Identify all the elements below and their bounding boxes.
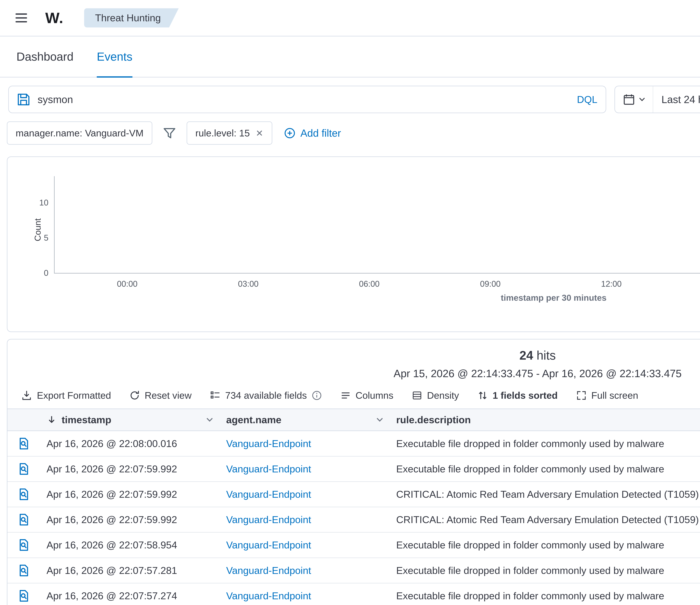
reset-view-button[interactable]: Reset view [129,390,192,401]
cell-timestamp: Apr 16, 2026 @ 22:07:58.954 [40,533,220,557]
cell-timestamp: Apr 16, 2026 @ 22:07:59.992 [40,457,220,481]
fullscreen-icon [576,390,586,401]
inspect-document-button[interactable] [7,583,40,605]
inspect-document-icon [17,538,30,552]
save-query-icon[interactable] [17,93,30,106]
results-panel: 24 hits Apr 15, 2026 @ 22:14:33.475 - Ap… [7,339,700,605]
filter-chip-manager-label: manager.name: Vanguard-VM [16,127,144,139]
reset-view-label: Reset view [145,390,192,401]
fullscreen-label: Full screen [591,390,638,401]
table-header-row: timestamp agent.name rule.description ru… [7,409,700,431]
cell-agent-name[interactable]: Vanguard-Endpoint [220,507,390,532]
cell-rule-description: CRITICAL: Atomic Red Team Adversary Emul… [390,482,700,507]
inspect-document-button[interactable] [7,431,40,456]
cell-timestamp: Apr 16, 2026 @ 22:07:57.274 [40,583,220,605]
chevron-down-icon[interactable] [376,416,384,424]
query-language-button[interactable]: DQL [577,94,597,105]
date-picker: Last 24 hours Show dates [615,86,700,113]
hits-label: hits [536,348,556,362]
table-body: Apr 16, 2026 @ 22:08:00.016 Vanguard-End… [7,431,700,605]
density-icon [412,390,422,401]
columns-label: Columns [355,390,393,401]
header-rule-description-label: rule.description [396,414,471,426]
cell-agent-name[interactable]: Vanguard-Endpoint [220,482,390,507]
density-button[interactable]: Density [412,390,459,401]
events-table: timestamp agent.name rule.description ru… [7,409,700,605]
grid-toolbar: Export Formatted Reset view 734 availabl… [7,380,700,408]
hamburger-icon [15,11,28,25]
cell-timestamp: Apr 16, 2026 @ 22:07:57.281 [40,558,220,583]
cell-timestamp: Apr 16, 2026 @ 22:08:00.016 [40,431,220,456]
sort-icon [478,390,488,401]
download-icon [21,390,32,401]
inspect-document-button[interactable] [7,482,40,507]
table-row: Apr 16, 2026 @ 22:07:57.281 Vanguard-End… [7,558,700,583]
x-axis-tick: 00:00 [117,279,138,289]
filter-options-button[interactable] [160,123,179,143]
cell-rule-description: CRITICAL: Atomic Red Team Adversary Emul… [390,507,700,532]
table-row: Apr 16, 2026 @ 22:08:00.016 Vanguard-End… [7,431,700,456]
inspect-document-button[interactable] [7,507,40,532]
inspect-document-icon [17,488,30,501]
quick-select-button[interactable] [615,86,653,113]
tab-dashboard[interactable]: Dashboard [17,37,74,77]
hits-count: 24 hits [7,339,700,363]
table-row: Apr 16, 2026 @ 22:07:57.274 Vanguard-End… [7,583,700,605]
search-input[interactable]: sysmon DQL [8,86,606,113]
inspect-document-button[interactable] [7,558,40,583]
header-rule-description[interactable]: rule.description [390,409,700,431]
inspect-document-icon [17,564,30,577]
tab-events[interactable]: Events [97,37,132,77]
query-bar: sysmon DQL Last 24 hours Show dates Refr… [8,86,700,113]
inspect-document-icon [17,513,30,526]
x-axis-tick: 12:00 [601,279,622,289]
cell-agent-name[interactable]: Vanguard-Endpoint [220,583,390,605]
hits-number: 24 [519,348,533,362]
query-text: sysmon [38,94,569,105]
close-icon [255,129,264,137]
add-filter-button[interactable]: Add filter [284,127,341,139]
filter-chip-rule-level[interactable]: rule.level: 15 [186,121,272,145]
cell-agent-name[interactable]: Vanguard-Endpoint [220,457,390,481]
sort-desc-icon [47,415,57,425]
inspect-document-button[interactable] [7,533,40,557]
tabs-bar: Dashboard Events Explore agent [0,37,700,78]
header-expand-column [7,409,40,431]
funnel-icon [163,127,176,140]
x-axis-title: timestamp per 30 minutes [55,293,700,302]
cell-rule-description: Executable file dropped in folder common… [390,457,700,481]
breadcrumb[interactable]: Threat Hunting [84,8,179,27]
fields-icon [210,390,220,401]
chevron-down-icon[interactable] [205,416,214,424]
columns-icon [341,390,351,401]
time-range-value[interactable]: Last 24 hours [661,94,700,105]
table-row: Apr 16, 2026 @ 22:07:59.992 Vanguard-End… [7,507,700,533]
cell-agent-name[interactable]: Vanguard-Endpoint [220,431,390,456]
inspect-document-icon [17,437,30,450]
header-agent-name-label: agent.name [226,414,281,426]
chevron-down-icon [638,96,646,103]
header-agent-name[interactable]: agent.name [220,409,390,431]
events-histogram-panel: Count timestamp per 30 minutes 051000:00… [7,156,700,332]
cell-timestamp: Apr 16, 2026 @ 22:07:59.992 [40,507,220,532]
table-row: Apr 16, 2026 @ 22:07:59.992 Vanguard-End… [7,482,700,507]
cell-rule-description: Executable file dropped in folder common… [390,533,700,557]
fields-sorted-button[interactable]: 1 fields sorted [478,390,558,401]
filter-chip-rule-level-label: rule.level: 15 [196,127,250,139]
cell-timestamp: Apr 16, 2026 @ 22:07:59.992 [40,482,220,507]
header-timestamp[interactable]: timestamp [40,409,220,431]
cell-agent-name[interactable]: Vanguard-Endpoint [220,558,390,583]
filter-chip-manager[interactable]: manager.name: Vanguard-VM [7,121,152,145]
fields-sorted-label: 1 fields sorted [493,390,558,401]
available-fields-button[interactable]: 734 available fields [210,390,322,401]
inspect-document-button[interactable] [7,457,40,481]
fullscreen-button[interactable]: Full screen [576,390,638,401]
export-formatted-button[interactable]: Export Formatted [21,390,111,401]
top-header: W. Threat Hunting API default a [0,0,700,37]
menu-button[interactable] [8,5,34,31]
remove-filter-button[interactable] [255,129,264,137]
columns-button[interactable]: Columns [341,390,393,401]
y-axis-tick: 5 [44,234,48,242]
reset-icon [129,390,140,401]
cell-agent-name[interactable]: Vanguard-Endpoint [220,533,390,557]
